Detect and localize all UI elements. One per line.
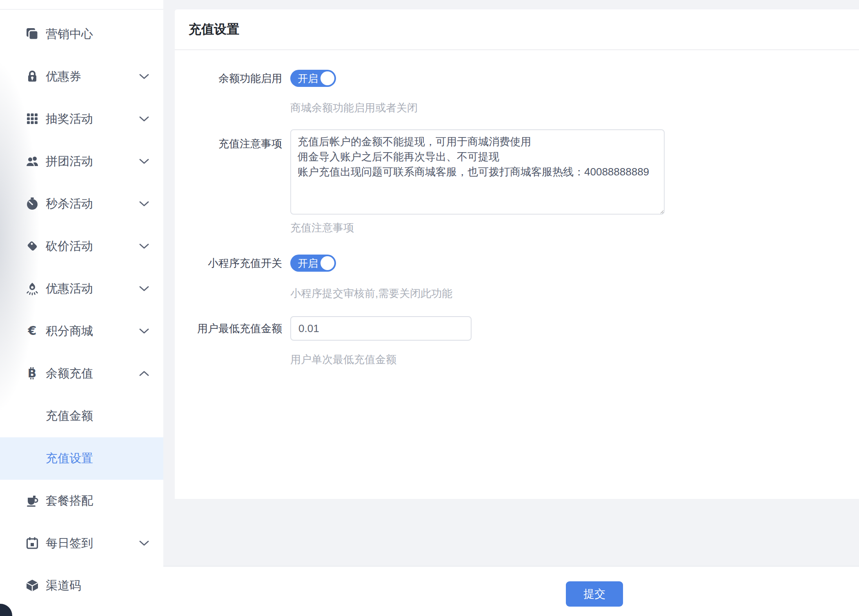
chevron-down-icon bbox=[139, 540, 149, 547]
sidebar-header-divider bbox=[0, 0, 163, 10]
chevron-down-icon bbox=[139, 243, 149, 250]
sidebar-item-label: 抽奖活动 bbox=[46, 111, 93, 127]
sidebar-item-拼团活动[interactable]: 拼团活动 bbox=[0, 140, 163, 183]
min-amount-label: 用户最低充值金额 bbox=[175, 322, 282, 335]
sidebar-item-积分商城[interactable]: €积分商城 bbox=[0, 310, 163, 352]
sidebar-item-余额充值[interactable]: B余额充值 bbox=[0, 352, 163, 395]
chevron-down-icon bbox=[139, 328, 149, 335]
chevron-up-icon bbox=[139, 370, 149, 377]
recharge-settings-form: 余额功能启用 开启 商城余额功能启用或者关闭 充值注意事项 充值后帐户的金额不能… bbox=[175, 50, 859, 366]
balance-enable-label: 余额功能启用 bbox=[175, 72, 282, 84]
copy-icon bbox=[25, 27, 40, 42]
sidebar-item-label: 每日签到 bbox=[46, 535, 93, 552]
sidebar-menu: 营销中心优惠券抽奖活动拼团活动秒杀活动砍价活动优惠活动€积分商城B余额充值充值金… bbox=[0, 10, 163, 607]
euro-icon: € bbox=[25, 324, 40, 339]
toggle-on-label: 开启 bbox=[298, 72, 318, 85]
sidebar-item-label: 渠道码 bbox=[46, 578, 81, 594]
min-amount-input[interactable] bbox=[290, 316, 472, 341]
balance-enable-toggle[interactable]: 开启 bbox=[290, 70, 336, 87]
sidebar-item-优惠活动[interactable]: 优惠活动 bbox=[0, 268, 163, 310]
sidebar-item-优惠券[interactable]: 优惠券 bbox=[0, 55, 163, 98]
miniprogram-switch-row: 小程序充值开关 开启 bbox=[175, 255, 859, 272]
tag-icon bbox=[25, 239, 40, 254]
sidebar-item-label: 余额充值 bbox=[46, 366, 93, 382]
sidebar-item-label: 拼团活动 bbox=[46, 153, 93, 170]
chevron-down-icon bbox=[139, 116, 149, 122]
main-content: 充值设置 余额功能启用 开启 商城余额功能启用或者关闭 充值注意事项 充值后帐户… bbox=[163, 0, 859, 616]
sidebar-item-label: 充值金额 bbox=[46, 408, 93, 424]
stopwatch-icon bbox=[25, 197, 40, 211]
toggle-on-label: 开启 bbox=[298, 257, 318, 270]
submit-button[interactable]: 提交 bbox=[566, 581, 623, 607]
svg-text:B: B bbox=[28, 367, 36, 380]
svg-text:€: € bbox=[28, 324, 37, 338]
recharge-notes-label: 充值注意事项 bbox=[175, 129, 282, 150]
sidebar-item-label: 充值设置 bbox=[46, 450, 93, 467]
lock-icon bbox=[25, 69, 40, 84]
coffee-icon bbox=[25, 494, 40, 508]
sidebar-item-每日签到[interactable]: 每日签到 bbox=[0, 522, 163, 565]
sidebar: 营销中心优惠券抽奖活动拼团活动秒杀活动砍价活动优惠活动€积分商城B余额充值充值金… bbox=[0, 0, 163, 616]
grid-icon bbox=[25, 112, 40, 126]
settings-card: 充值设置 余额功能启用 开启 商城余额功能启用或者关闭 充值注意事项 充值后帐户… bbox=[175, 9, 859, 499]
recharge-notes-textarea[interactable]: 充值后帐户的金额不能提现，可用于商城消费使用 佣金导入账户之后不能再次导出、不可… bbox=[290, 129, 665, 215]
sidebar-item-套餐搭配[interactable]: 套餐搭配 bbox=[0, 480, 163, 522]
card-header: 充值设置 bbox=[175, 9, 859, 50]
balance-enable-row: 余额功能启用 开启 bbox=[175, 70, 859, 87]
balance-enable-helper: 商城余额功能启用或者关闭 bbox=[290, 102, 859, 114]
recharge-notes-helper: 充值注意事项 bbox=[290, 222, 859, 234]
page-title: 充值设置 bbox=[189, 21, 239, 38]
sidebar-item-label: 营销中心 bbox=[46, 26, 93, 42]
chevron-down-icon bbox=[139, 158, 149, 165]
sidebar-item-label: 砍价活动 bbox=[46, 238, 93, 255]
min-amount-row: 用户最低充值金额 bbox=[175, 316, 859, 341]
sidebar-item-砍价活动[interactable]: 砍价活动 bbox=[0, 225, 163, 268]
chevron-down-icon bbox=[139, 201, 149, 207]
sidebar-item-抽奖活动[interactable]: 抽奖活动 bbox=[0, 98, 163, 140]
toggle-knob bbox=[320, 256, 334, 270]
footer-action-bar: 提交 bbox=[163, 566, 859, 616]
sidebar-item-渠道码[interactable]: 渠道码 bbox=[0, 565, 163, 607]
miniprogram-switch-helper: 小程序提交审核前,需要关闭此功能 bbox=[290, 287, 859, 299]
spark-icon bbox=[25, 281, 40, 296]
toggle-knob bbox=[320, 71, 334, 85]
min-amount-helper: 用户单次最低充值金额 bbox=[290, 353, 859, 366]
calendar-icon bbox=[25, 536, 40, 551]
miniprogram-switch-label: 小程序充值开关 bbox=[175, 257, 282, 269]
sidebar-item-充值设置[interactable]: 充值设置 bbox=[0, 437, 163, 480]
chevron-down-icon bbox=[139, 73, 149, 80]
sidebar-item-label: 优惠券 bbox=[46, 69, 81, 85]
bitcoin-icon: B bbox=[25, 366, 40, 381]
sidebar-item-label: 优惠活动 bbox=[46, 281, 93, 297]
miniprogram-switch-toggle[interactable]: 开启 bbox=[290, 255, 336, 272]
cube-icon bbox=[25, 578, 40, 593]
sidebar-item-充值金额[interactable]: 充值金额 bbox=[0, 395, 163, 437]
sidebar-item-秒杀活动[interactable]: 秒杀活动 bbox=[0, 183, 163, 225]
users-icon bbox=[25, 154, 40, 169]
sidebar-item-label: 秒杀活动 bbox=[46, 196, 93, 212]
sidebar-item-label: 积分商城 bbox=[46, 323, 93, 339]
recharge-notes-row: 充值注意事项 充值后帐户的金额不能提现，可用于商城消费使用 佣金导入账户之后不能… bbox=[175, 129, 859, 215]
sidebar-item-label: 套餐搭配 bbox=[46, 493, 93, 509]
chevron-down-icon bbox=[139, 286, 149, 292]
sidebar-item-营销中心[interactable]: 营销中心 bbox=[0, 13, 163, 55]
